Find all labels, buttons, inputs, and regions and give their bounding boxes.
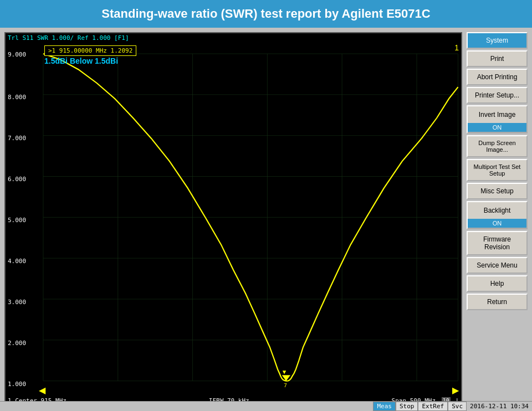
extref-button[interactable]: ExtRef [418, 402, 448, 411]
misc-setup-button[interactable]: Misc Setup [467, 183, 528, 199]
right-panel: System Print Abort Printing Printer Setu… [467, 32, 528, 407]
system-button[interactable]: System [467, 32, 528, 49]
service-menu-button[interactable]: Service Menu [467, 257, 528, 274]
marker-text: >1 915.00000 MHz 1.2092 [48, 47, 132, 54]
invert-image-button[interactable]: Invert Image [468, 106, 526, 123]
title-bar: Standing-wave ratio (SWR) test report by… [0, 0, 532, 28]
invert-image-status: ON [468, 123, 526, 132]
multiport-button[interactable]: Multiport Test Set Setup [467, 159, 528, 181]
backlight-status: ON [468, 219, 526, 228]
help-button[interactable]: Help [467, 275, 528, 292]
chart-header: Trl S11 SWR 1.000/ Ref 1.000 [F1] [6, 33, 461, 43]
page-title: Standing-wave ratio (SWR) test report by… [101, 7, 430, 21]
main-content: Trl S11 SWR 1.000/ Ref 1.000 [F1] >1 915… [0, 28, 532, 411]
marker-box: >1 915.00000 MHz 1.2092 [44, 45, 136, 56]
abort-printing-button[interactable]: Abort Printing [467, 69, 528, 85]
dump-screen-button[interactable]: Dump Screen Image... [467, 135, 528, 157]
invert-image-group: Invert Image ON [467, 105, 528, 133]
status-bar: Meas Stop ExtRef Svc 2016-12-11 10:34 [0, 401, 532, 411]
status-time: 2016-12-11 10:34 [467, 402, 532, 410]
return-button[interactable]: Return [467, 294, 528, 310]
chart-header-text: Trl S11 SWR 1.000/ Ref 1.000 [F1] [8, 34, 129, 42]
chart-container: Trl S11 SWR 1.000/ Ref 1.000 [F1] >1 915… [4, 32, 462, 407]
svg-text:1: 1 [284, 376, 287, 382]
svg-text:▼: ▼ [283, 368, 287, 376]
meas-button[interactable]: Meas [373, 402, 396, 411]
chart-svg: ▼ 1 7 [6, 43, 461, 405]
backlight-button[interactable]: Backlight [468, 202, 526, 219]
stop-button[interactable]: Stop [396, 402, 418, 411]
svc-button[interactable]: Svc [448, 402, 467, 411]
svg-text:7: 7 [284, 382, 287, 388]
print-button[interactable]: Print [467, 50, 528, 67]
annotation-text: 1.5dBi Below 1.5dBi [44, 56, 118, 65]
annotation-label: 1.5dBi Below 1.5dBi [44, 56, 118, 65]
firmware-button[interactable]: Firmware Revision [467, 231, 528, 255]
printer-setup-button[interactable]: Printer Setup... [467, 87, 528, 104]
backlight-group: Backlight ON [467, 201, 528, 229]
